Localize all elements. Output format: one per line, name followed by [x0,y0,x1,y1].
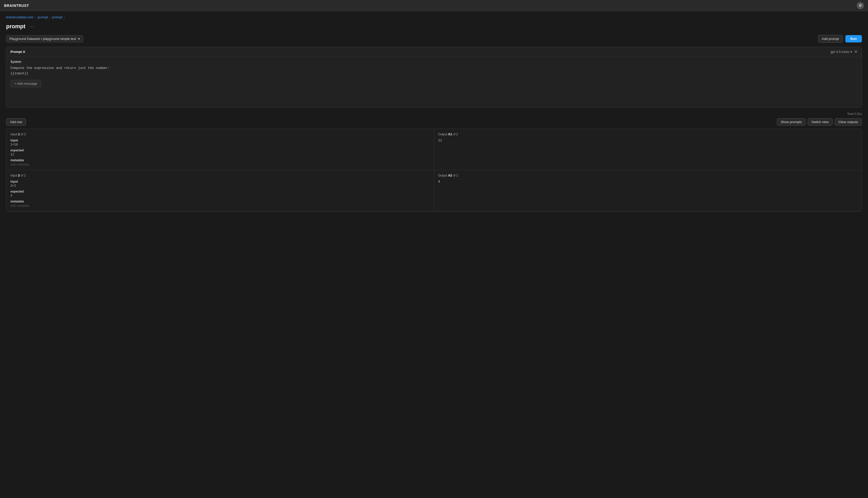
field-value-input-1[interactable]: 1+10 [10,143,430,146]
field-value-input-2[interactable]: 2+2 [10,184,430,188]
output-cell-2: Output A2 of 2 4 [434,170,861,211]
prompt-a-label: Prompt A [10,50,25,54]
show-prompts-button[interactable]: Show prompts [777,118,806,126]
brand-logo: BRAINTRUST [4,3,29,8]
prompt-body: System Compute the expression and return… [7,56,861,107]
output-value-2: 4 [438,180,858,184]
navbar: BRAINTRUST D [0,0,868,11]
bottom-right-buttons: Show prompts Switch view Clear outputs [777,118,862,126]
output-header-1: Output A1 of 2 [438,132,858,136]
main-content: braintrustdata.com › prompt › prompt › p… [0,11,868,216]
model-chevron-icon: ▾ [851,50,852,54]
breadcrumb-sep-1: › [35,15,36,19]
add-row-button[interactable]: Add row [6,118,26,126]
chevron-down-icon: ▾ [78,37,80,41]
toolbar-right: Add prompt Run [818,35,862,43]
input-header-2: Input 2 of 2 [10,174,430,177]
input-header-1: Input 1 of 2 [10,132,430,136]
settings-icon[interactable]: ⚙ [854,50,858,54]
clear-outputs-button[interactable]: Clear outputs [835,118,862,126]
field-value-expected-2[interactable]: 4 [10,194,430,198]
run-button[interactable]: Run [845,35,862,42]
page-title-row: prompt ⋯ [6,23,862,30]
kebab-menu-button[interactable]: ⋯ [28,23,36,30]
input-cell-2: Input 2 of 2 input 2+2 expected 4 metada… [7,170,434,211]
field-label-input-2: input [10,180,430,183]
add-prompt-button[interactable]: Add prompt [818,35,843,43]
dataset-label: Playground Datasets / playground simple … [10,37,76,41]
add-message-button[interactable]: + Add message [10,80,41,87]
breadcrumb-prompt-2[interactable]: prompt [52,15,62,19]
took-text: Took 0.91s [847,112,862,116]
breadcrumb-sep-2: › [49,15,50,19]
output-header-2: Output A2 of 2 [438,174,858,177]
output-cell-1: Output A1 of 2 11 [434,129,861,170]
prompt-card-a: Prompt A gpt-3.5-turbo ▾ ⚙ System Comput… [6,47,862,108]
system-label: System [10,60,858,64]
field-label-input-1: input [10,139,430,142]
input-cell-1: Input 1 of 2 input 1+10 expected 11 meta… [7,129,434,170]
data-grid: Input 1 of 2 input 1+10 expected 11 meta… [6,129,862,212]
field-label-metadata-2: metadata [10,200,430,203]
avatar[interactable]: D [857,2,864,9]
breadcrumb-sep-3: › [64,15,65,19]
switch-view-button[interactable]: Switch view [808,118,833,126]
field-label-expected-1: expected [10,148,430,152]
bottom-toolbar: Add row Show prompts Switch view Clear o… [6,118,862,126]
page-title: prompt [6,23,25,30]
prompt-card-header: Prompt A gpt-3.5-turbo ▾ ⚙ [7,47,861,56]
took-row: Took 0.91s [6,110,862,117]
field-placeholder-metadata-1[interactable]: Add metadata [10,163,430,166]
model-selector[interactable]: gpt-3.5-turbo ▾ [831,50,852,54]
breadcrumb: braintrustdata.com › prompt › prompt › [6,15,862,19]
field-placeholder-metadata-2[interactable]: Add metadata [10,204,430,208]
prompt-model-row: gpt-3.5-turbo ▾ ⚙ [831,50,858,54]
field-label-expected-2: expected [10,190,430,193]
field-label-metadata-1: metadata [10,158,430,162]
breadcrumb-prompt-1[interactable]: prompt [38,15,48,19]
toolbar-row: Playground Datasets / playground simple … [6,35,862,43]
field-value-expected-1[interactable]: 11 [10,153,430,156]
model-name: gpt-3.5-turbo [831,50,850,54]
output-value-1: 11 [438,139,858,142]
dataset-selector[interactable]: Playground Datasets / playground simple … [6,35,83,42]
breadcrumb-home[interactable]: braintrustdata.com [6,15,34,19]
prompt-text[interactable]: Compute the expression and return just t… [10,66,858,76]
